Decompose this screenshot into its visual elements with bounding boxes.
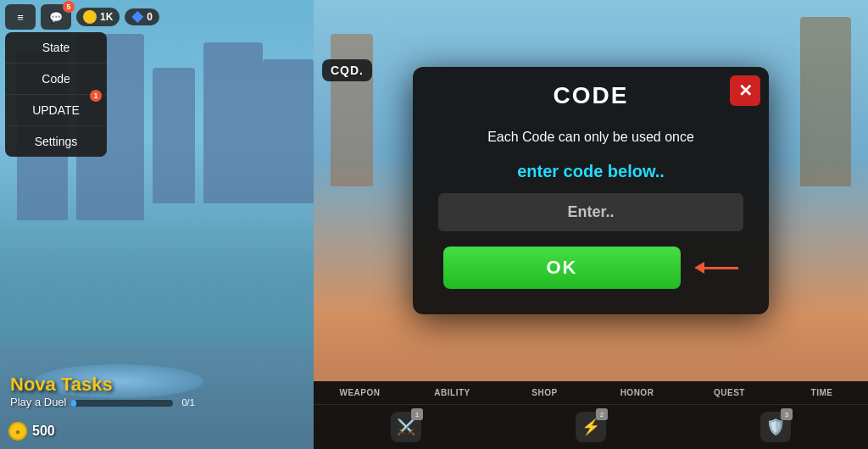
gem-icon — [131, 11, 143, 23]
tab-quest[interactable]: QUEST — [683, 383, 776, 402]
menu-item-state[interactable]: State — [5, 32, 107, 64]
enter-code-label: enter code below.. — [438, 162, 743, 181]
bottom-coin-display: ● 500 — [8, 422, 55, 441]
ok-button[interactable]: OK — [443, 247, 681, 289]
nav-number-3: 3 — [781, 408, 793, 420]
modal-body: Each Code can only be used once enter co… — [413, 121, 769, 289]
modal-description: Each Code can only be used once — [438, 130, 743, 145]
tab-time[interactable]: TIME — [776, 383, 868, 402]
game-background: ≡ 💬 5 1K 0 State Code — [0, 0, 868, 449]
dropdown-menu: State Code UPDATE 1 Settings — [5, 32, 107, 157]
coin-display: 1K — [76, 8, 120, 26]
code-modal: ✕ CODE Each Code can only be used once e… — [413, 67, 769, 314]
bottom-coin-icon: ● — [8, 422, 27, 441]
tab-honor[interactable]: HONOR — [591, 383, 683, 402]
bottom-nav: WEAPON ABILITY SHOP HONOR QUEST TIME ⚔️ … — [314, 381, 868, 449]
hud-top: ≡ 💬 5 1K 0 — [0, 0, 314, 34]
ok-arrow — [694, 262, 738, 274]
update-badge: 1 — [90, 90, 102, 102]
nav-icon-circle-3: 🛡️ 3 — [760, 412, 791, 442]
bottom-left-info: Nova Tasks Play a Duel 0/1 — [0, 367, 205, 415]
notifications-button[interactable]: 💬 5 — [41, 4, 71, 30]
coin-icon — [83, 10, 97, 24]
close-icon: ✕ — [738, 80, 753, 101]
menu-button[interactable]: ≡ — [5, 4, 36, 30]
modal-header: CODE — [413, 67, 769, 121]
gem-amount: 0 — [147, 11, 153, 23]
update-label: UPDATE — [32, 103, 80, 117]
state-label: State — [42, 41, 70, 54]
chat-icon: 💬 — [49, 11, 63, 24]
progress-text: 0/1 — [181, 397, 194, 407]
nav-icon-2[interactable]: ⚡ 2 — [498, 405, 683, 449]
nav-tabs: WEAPON ABILITY SHOP HONOR QUEST TIME — [314, 381, 868, 405]
nav-number-2: 2 — [596, 408, 608, 420]
tab-ability[interactable]: ABILITY — [406, 383, 498, 402]
nav-icon-1[interactable]: ⚔️ 1 — [314, 405, 498, 449]
nav-icon-circle-1: ⚔️ 1 — [391, 412, 421, 442]
modal-overlay: ✕ CODE Each Code can only be used once e… — [314, 0, 868, 381]
close-button[interactable]: ✕ — [730, 75, 760, 106]
modal-title: CODE — [430, 82, 752, 109]
nova-tasks-title: Nova Tasks — [10, 374, 195, 396]
code-input[interactable] — [438, 193, 743, 231]
menu-item-update[interactable]: UPDATE 1 — [5, 95, 107, 126]
notif-badge: 5 — [63, 1, 75, 13]
gem-display: 0 — [125, 8, 159, 25]
menu-icon: ≡ — [17, 11, 24, 24]
code-label: Code — [42, 72, 70, 86]
nav-icon-3[interactable]: 🛡️ 3 — [683, 405, 868, 449]
bottom-coin-value: 500 — [32, 424, 55, 439]
tab-weapon[interactable]: WEAPON — [314, 383, 406, 402]
tab-shop[interactable]: SHOP — [498, 383, 591, 402]
progress-bar — [71, 400, 76, 407]
coin-amount: 1K — [100, 11, 113, 23]
settings-label: Settings — [35, 135, 78, 148]
nav-icons: ⚔️ 1 ⚡ 2 🛡️ 3 — [314, 405, 868, 449]
nav-icon-circle-2: ⚡ 2 — [576, 412, 606, 442]
menu-item-settings[interactable]: Settings — [5, 126, 107, 157]
ok-button-wrapper: OK — [438, 247, 743, 289]
progress-bar-container — [71, 400, 173, 407]
nav-number-1: 1 — [411, 408, 423, 420]
play-duel-label: Play a Duel — [10, 396, 66, 408]
left-panel: ≡ 💬 5 1K 0 State Code — [0, 0, 314, 449]
